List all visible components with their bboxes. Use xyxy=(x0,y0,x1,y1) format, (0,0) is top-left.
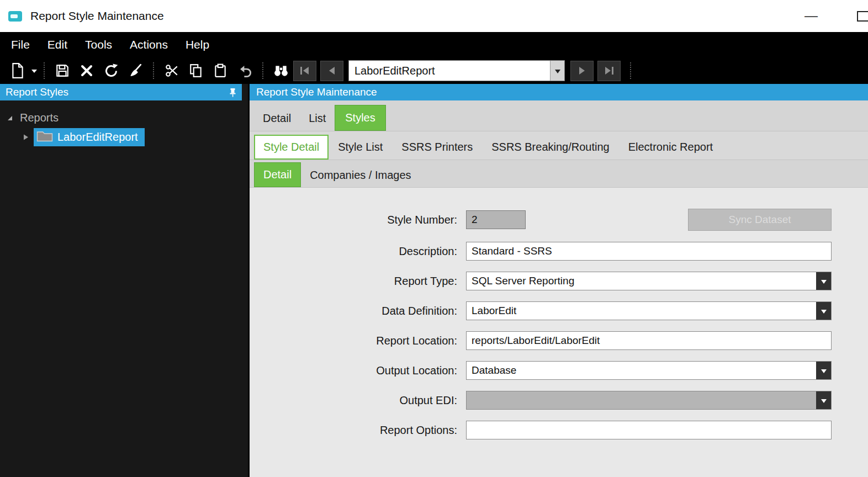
report-type-row: Report Type: xyxy=(250,272,868,290)
record-selector-input[interactable] xyxy=(349,61,550,81)
last-record-button[interactable] xyxy=(597,61,621,81)
menu-file[interactable]: File xyxy=(11,38,30,51)
tree-collapsed-icon[interactable] xyxy=(23,131,29,144)
menu-help[interactable]: Help xyxy=(186,38,209,51)
report-styles-tree: Reports LaborEditReport xyxy=(0,100,248,147)
tree-selected-item[interactable]: LaborEditReport xyxy=(34,128,145,146)
toolbar-separator xyxy=(262,62,263,79)
app-icon xyxy=(8,10,23,22)
undo-icon[interactable] xyxy=(232,60,257,81)
toolbar xyxy=(0,57,868,84)
tab-ssrs-breaking-routing[interactable]: SSRS Breaking/Routing xyxy=(482,135,618,160)
report-options-row: Report Options: xyxy=(250,421,868,439)
refresh-icon[interactable] xyxy=(99,60,123,81)
output-location-label: Output Location: xyxy=(250,364,466,377)
record-selector-dropdown-icon[interactable] xyxy=(550,61,564,81)
tab-list[interactable]: List xyxy=(300,106,335,131)
content-area: Report Styles Reports Labo xyxy=(0,84,868,477)
style-number-row: Style Number: Sync Dataset xyxy=(250,209,868,231)
copy-icon[interactable] xyxy=(184,60,208,81)
paste-icon[interactable] xyxy=(208,60,232,81)
toolbar-separator xyxy=(630,62,631,79)
data-definition-dropdown-icon[interactable] xyxy=(816,302,831,320)
data-definition-label: Data Definition: xyxy=(250,305,466,317)
sync-dataset-button[interactable]: Sync Dataset xyxy=(688,209,832,231)
window-title: Report Style Maintenance xyxy=(30,9,164,23)
tree-node-reports[interactable]: Reports xyxy=(0,108,248,127)
output-location-row: Output Location: xyxy=(250,361,868,380)
sidebar-title: Report Styles xyxy=(6,86,229,98)
first-record-button[interactable] xyxy=(293,61,316,81)
menu-actions[interactable]: Actions xyxy=(130,38,168,51)
style-number-input xyxy=(466,210,526,229)
minimize-button[interactable]: — xyxy=(802,8,821,23)
description-row: Description: xyxy=(250,242,868,261)
data-definition-input[interactable] xyxy=(466,301,832,320)
tree-expanded-icon[interactable] xyxy=(7,112,13,124)
clear-icon[interactable] xyxy=(123,60,147,81)
report-location-row: Report Location: xyxy=(250,331,868,350)
tab-style-list[interactable]: Style List xyxy=(329,135,392,160)
main-panel-header: Report Style Maintenance xyxy=(250,84,868,100)
delete-icon[interactable] xyxy=(75,60,99,81)
report-type-dropdown-icon[interactable] xyxy=(816,272,831,290)
style-number-label: Style Number: xyxy=(250,214,466,226)
tree-node-laboreditreport[interactable]: LaborEditReport xyxy=(0,127,248,147)
report-location-input[interactable] xyxy=(466,331,832,350)
report-type-label: Report Type: xyxy=(250,275,466,288)
tab-companies-images[interactable]: Companies / Images xyxy=(301,163,420,187)
folder-icon xyxy=(36,130,53,145)
main-panel: Report Style Maintenance Detail List Sty… xyxy=(250,84,868,477)
tab-ssrs-printers[interactable]: SSRS Printers xyxy=(392,135,482,160)
new-document-caret-icon[interactable] xyxy=(31,66,37,76)
save-icon[interactable] xyxy=(50,60,75,81)
output-edi-label: Output EDI: xyxy=(250,394,466,407)
new-document-icon xyxy=(6,60,30,81)
tab-row-style-detail: Detail Companies / Images xyxy=(250,160,868,187)
tree-selected-label[interactable]: LaborEditReport xyxy=(57,131,138,144)
menu-tools[interactable]: Tools xyxy=(85,38,112,51)
new-document-button[interactable] xyxy=(6,60,37,81)
data-definition-row: Data Definition: xyxy=(250,301,868,320)
sidebar: Report Styles Reports Labo xyxy=(0,84,250,477)
tree-node-label[interactable]: Reports xyxy=(20,112,59,124)
report-options-label: Report Options: xyxy=(250,424,466,437)
toolbar-separator xyxy=(44,62,45,79)
cut-icon[interactable] xyxy=(160,60,184,81)
output-edi-dropdown xyxy=(466,391,832,410)
report-type-dropdown xyxy=(466,272,832,290)
report-type-input[interactable] xyxy=(466,272,832,290)
record-selector-combobox xyxy=(348,60,565,81)
output-location-dropdown-icon[interactable] xyxy=(816,362,831,379)
report-options-input[interactable] xyxy=(466,421,832,439)
maximize-button[interactable] xyxy=(857,11,868,22)
output-edi-row: Output EDI: xyxy=(250,391,868,410)
report-location-label: Report Location: xyxy=(250,335,466,347)
next-record-button[interactable] xyxy=(570,61,594,81)
output-location-input[interactable] xyxy=(466,361,832,380)
data-definition-dropdown xyxy=(466,301,832,320)
pin-icon[interactable] xyxy=(229,88,236,97)
tab-row-styles: Style Detail Style List SSRS Printers SS… xyxy=(250,131,868,160)
style-detail-form: Style Number: Sync Dataset Description: … xyxy=(250,187,868,477)
tab-row-top: Detail List Styles xyxy=(250,100,868,131)
find-icon[interactable] xyxy=(269,60,293,81)
menu-edit[interactable]: Edit xyxy=(47,38,67,51)
tab-detail[interactable]: Detail xyxy=(254,106,300,131)
tab-style-detail[interactable]: Style Detail xyxy=(254,135,329,160)
main-panel-title: Report Style Maintenance xyxy=(256,86,377,98)
description-label: Description: xyxy=(250,245,466,258)
tab-styles[interactable]: Styles xyxy=(335,105,385,131)
menu-bar: File Edit Tools Actions Help xyxy=(0,32,868,57)
tab-electronic-report[interactable]: Electronic Report xyxy=(619,135,722,160)
output-edi-dropdown-icon[interactable] xyxy=(816,391,831,409)
previous-record-button[interactable] xyxy=(320,61,343,81)
toolbar-separator xyxy=(153,62,154,79)
output-edi-input xyxy=(466,391,832,410)
title-bar: Report Style Maintenance — xyxy=(0,0,868,32)
output-location-dropdown xyxy=(466,361,832,380)
tab-detail-inner[interactable]: Detail xyxy=(254,162,301,187)
sidebar-header: Report Styles xyxy=(0,84,242,100)
description-input[interactable] xyxy=(466,242,832,261)
